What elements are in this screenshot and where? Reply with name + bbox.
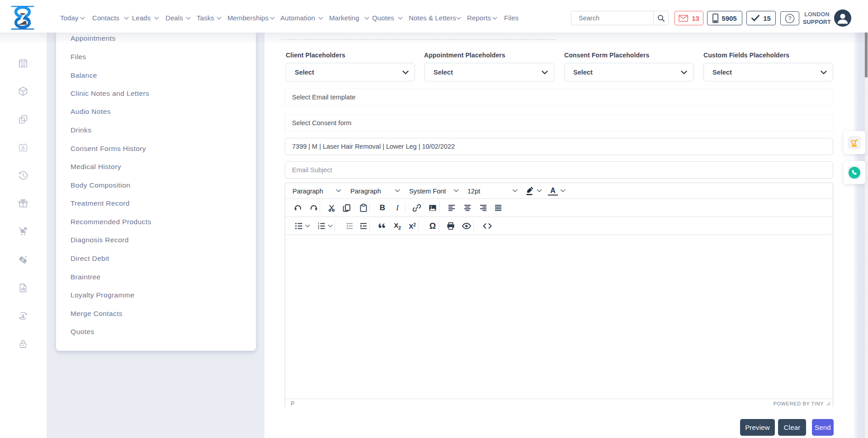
svg-text:3: 3	[318, 227, 319, 230]
svg-text:?: ?	[788, 15, 792, 22]
svg-text:12: 12	[21, 62, 25, 67]
